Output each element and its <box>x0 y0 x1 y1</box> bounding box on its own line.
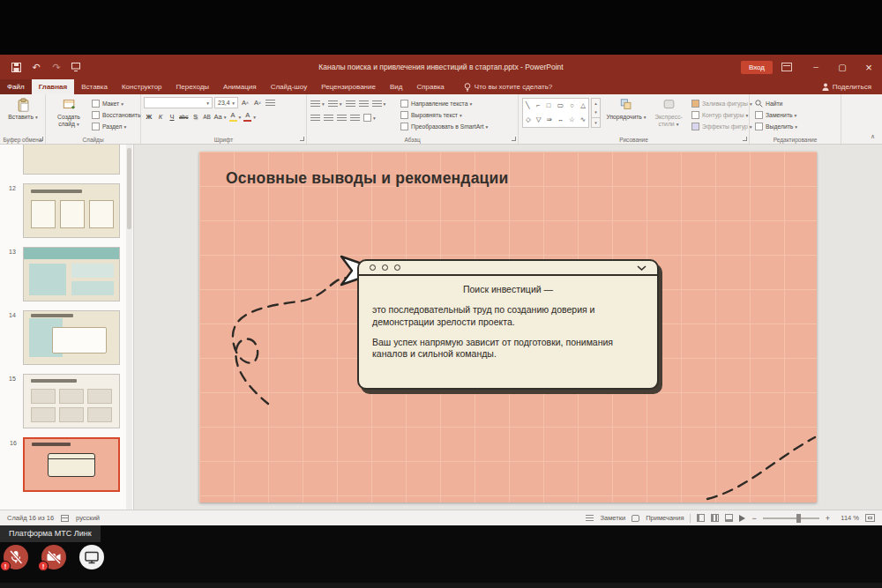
align-left-button[interactable] <box>310 112 321 123</box>
scroll-up-icon[interactable] <box>592 99 600 108</box>
tab-transitions[interactable]: Переходы <box>169 79 217 94</box>
normal-view-button[interactable] <box>697 514 705 522</box>
new-slide-button[interactable]: Создать слайд <box>48 98 90 128</box>
customize-toolbar-icon[interactable] <box>71 62 82 72</box>
replace-button[interactable]: Заменить <box>755 109 797 121</box>
shape-rectangle-icon[interactable]: ▭ <box>557 102 564 109</box>
tab-home[interactable]: Главная <box>32 79 75 94</box>
shapes-gallery[interactable]: ╲ ⌐ □ ▭ ○ △ ◇ ▽ ⇒ ↔ ☆ ∿ <box>522 98 589 128</box>
paste-button[interactable]: Вставить <box>5 98 41 121</box>
slideshow-view-button[interactable] <box>739 515 745 522</box>
font-name-combobox[interactable] <box>144 97 213 108</box>
dialog-launcher-icon[interactable] <box>300 137 304 141</box>
tab-slideshow[interactable]: Слайд-шоу <box>264 79 314 94</box>
login-button[interactable]: Вход <box>741 61 773 74</box>
share-button[interactable]: Поделиться <box>822 79 871 94</box>
shape-effects-button[interactable]: Эффекты фигур <box>691 121 752 132</box>
decrease-indent-button[interactable] <box>345 98 356 109</box>
callout-card[interactable]: Поиск инвестиций — это последовательный … <box>357 259 659 390</box>
zoom-slider-thumb[interactable] <box>796 514 801 523</box>
tell-me-search[interactable]: Что вы хотите сделать? <box>464 79 552 94</box>
shape-curve-icon[interactable]: ∿ <box>580 116 586 123</box>
shape-double-arrow-icon[interactable]: ↔ <box>557 116 564 123</box>
text-direction-button[interactable]: Направление текста <box>400 98 488 109</box>
align-center-button[interactable] <box>323 112 334 123</box>
thumbnail-slide-13[interactable]: 13 <box>23 247 120 301</box>
thumbnail-slide-16-selected[interactable]: 16 <box>23 437 120 492</box>
dialog-launcher-icon[interactable] <box>39 137 43 141</box>
shape-circle-icon[interactable]: ○ <box>570 102 574 109</box>
collapse-ribbon-icon[interactable] <box>871 133 875 140</box>
redo-icon[interactable] <box>51 62 62 72</box>
minimize-button[interactable] <box>803 55 829 79</box>
quick-styles-button[interactable]: Экспресс-стили <box>649 98 688 128</box>
shape-line-icon[interactable]: ╲ <box>526 102 530 109</box>
section-button[interactable]: Раздел <box>92 121 141 132</box>
increase-indent-button[interactable] <box>358 98 370 109</box>
scrollbar-thumb[interactable] <box>127 148 131 229</box>
reset-button[interactable]: Восстановить <box>92 109 141 121</box>
slide-16[interactable]: Основные выводы и рекомендации <box>199 152 817 502</box>
gallery-more-icon[interactable] <box>592 117 600 127</box>
microphone-muted-button[interactable]: ! <box>4 545 28 569</box>
save-icon[interactable] <box>11 62 21 72</box>
tab-view[interactable]: Вид <box>383 79 409 94</box>
screen-share-button[interactable] <box>79 545 104 569</box>
clear-formatting-button[interactable] <box>265 97 276 108</box>
thumbnail-slide-12[interactable]: 12 <box>23 183 120 238</box>
shape-elbow-icon[interactable]: ⌐ <box>536 102 540 109</box>
layout-button[interactable]: Макет <box>92 98 141 109</box>
tab-help[interactable]: Справка <box>409 79 451 94</box>
fit-to-window-button[interactable] <box>865 514 875 522</box>
align-right-button[interactable] <box>336 112 348 123</box>
justify-button[interactable] <box>349 112 361 123</box>
zoom-in-button[interactable] <box>826 514 830 523</box>
find-button[interactable]: Найти <box>755 98 797 109</box>
convert-to-smartart-button[interactable]: Преобразовать в SmartArt <box>400 121 488 132</box>
thumbnail-slide-14[interactable]: 14 <box>23 310 120 365</box>
columns-button[interactable] <box>363 112 377 123</box>
shrink-font-button[interactable]: А <box>252 97 263 108</box>
change-case-button[interactable]: Аа <box>213 111 227 123</box>
highlight-color-button[interactable]: А <box>228 111 243 123</box>
scroll-down-icon[interactable] <box>592 108 600 116</box>
dialog-launcher-icon[interactable] <box>512 137 516 141</box>
shape-triangle-icon[interactable]: △ <box>580 102 586 109</box>
shape-triangle-down-icon[interactable]: ▽ <box>536 116 542 123</box>
arrange-button[interactable]: Упорядочить <box>605 98 647 121</box>
reading-view-button[interactable] <box>725 514 733 522</box>
tab-insert[interactable]: Вставка <box>74 79 115 94</box>
font-size-combobox[interactable]: 23,4 <box>214 97 238 108</box>
text-shadow-button[interactable]: S <box>190 111 200 123</box>
align-text-button[interactable]: Выровнять текст <box>400 109 488 121</box>
tab-file[interactable]: Файл <box>0 79 32 94</box>
slide-sorter-view-button[interactable] <box>711 514 719 522</box>
character-spacing-button[interactable]: АВ <box>201 111 212 123</box>
bullets-button[interactable] <box>310 98 325 109</box>
grow-font-button[interactable]: А <box>240 97 250 108</box>
undo-icon[interactable] <box>31 62 41 72</box>
close-button[interactable] <box>856 55 882 79</box>
dialog-launcher-icon[interactable] <box>743 137 747 141</box>
line-spacing-button[interactable] <box>371 98 387 109</box>
zoom-slider[interactable] <box>763 517 819 519</box>
shape-outline-button[interactable]: Контур фигуры <box>691 109 752 121</box>
tab-design[interactable]: Конструктор <box>115 79 169 94</box>
select-button[interactable]: Выделить <box>755 121 797 132</box>
shape-fill-button[interactable]: Заливка фигуры <box>691 98 752 109</box>
zoom-percentage[interactable]: 114 % <box>836 514 859 522</box>
strikethrough-button[interactable]: abc <box>178 111 189 123</box>
restore-button[interactable] <box>829 55 856 79</box>
bold-button[interactable]: Ж <box>144 111 154 123</box>
thumbnail-slide-15[interactable]: 15 <box>23 374 120 428</box>
language-label[interactable]: русский <box>76 514 100 522</box>
font-color-button[interactable]: А <box>243 111 257 123</box>
zoom-out-button[interactable] <box>751 514 756 523</box>
tab-animations[interactable]: Анимация <box>216 79 264 94</box>
notes-toggle[interactable]: Заметки <box>600 514 625 522</box>
camera-muted-button[interactable]: ! <box>41 545 66 569</box>
comments-toggle[interactable]: Примечания <box>646 514 684 522</box>
shape-square-icon[interactable]: □ <box>547 102 551 109</box>
thumbnail-scrollbar[interactable] <box>126 145 132 510</box>
underline-button[interactable]: Ч <box>167 111 177 123</box>
